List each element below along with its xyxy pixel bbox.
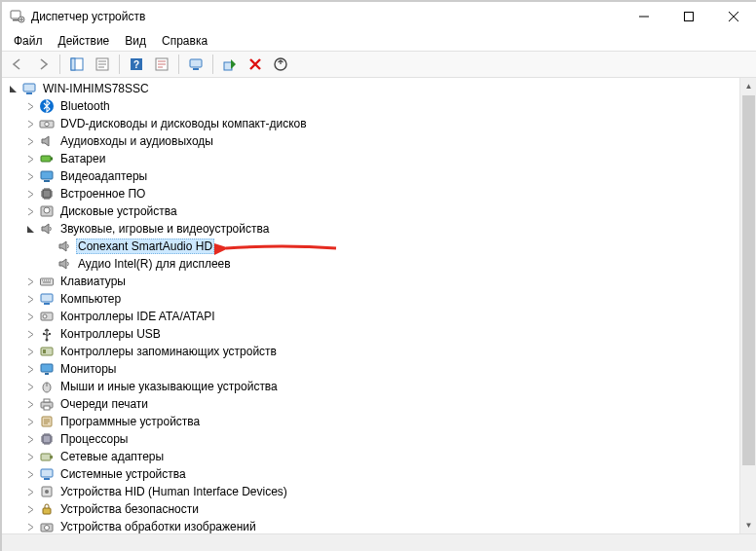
- menu-action[interactable]: Действие: [51, 32, 118, 50]
- tree-label: Bluetooth: [58, 99, 112, 113]
- vertical-scrollbar[interactable]: ▲ ▼: [739, 78, 756, 533]
- expand-icon[interactable]: [23, 343, 37, 360]
- enable-device-button[interactable]: [218, 53, 242, 76]
- svg-rect-44: [41, 454, 51, 460]
- svg-rect-28: [44, 303, 50, 305]
- tree-category-batteries[interactable]: Батареи: [6, 150, 739, 167]
- tree-label: Процессоры: [58, 432, 131, 446]
- keyboard-icon: [39, 274, 55, 289]
- maximize-button[interactable]: [666, 2, 711, 31]
- expand-icon[interactable]: [23, 430, 37, 448]
- tree-category-software-devices[interactable]: Программные устройства: [6, 413, 739, 430]
- tree-category-audio-io[interactable]: Аудиовходы и аудиовыходы: [6, 132, 739, 150]
- minimize-button[interactable]: [622, 2, 666, 31]
- tree-category-imaging-devices[interactable]: Устройства обработки изображений: [6, 518, 739, 533]
- tree-device-intel-display-audio[interactable]: Аудио Intel(R) для дисплеев: [6, 255, 739, 273]
- svg-rect-43: [43, 435, 51, 443]
- collapse-icon[interactable]: [23, 220, 37, 238]
- tree-category-storage-controllers[interactable]: Контроллеры запоминающих устройств: [6, 343, 739, 360]
- tree-category-display-adapters[interactable]: Видеоадаптеры: [6, 167, 739, 185]
- hid-icon: [39, 484, 55, 499]
- tree-category-keyboards[interactable]: Клавиатуры: [6, 273, 739, 290]
- system-device-icon: [39, 466, 55, 482]
- expand-icon[interactable]: [23, 378, 37, 395]
- speaker-icon: [39, 133, 55, 149]
- tree-category-sound-video-game[interactable]: Звуковые, игровые и видеоустройства: [6, 220, 739, 238]
- expand-icon[interactable]: [23, 290, 37, 308]
- tree-category-disk-drives[interactable]: Дисковые устройства: [6, 202, 739, 220]
- svg-rect-20: [51, 158, 53, 161]
- tree-label: Встроенное ПО: [58, 187, 147, 201]
- svg-rect-10: [190, 59, 202, 67]
- update-driver-button[interactable]: [269, 53, 292, 76]
- tree-category-ide-ata[interactable]: Контроллеры IDE ATA/ATAPI: [6, 308, 739, 325]
- toolbar-separator: [59, 55, 60, 74]
- display-adapter-icon: [39, 168, 55, 184]
- tree-label: Мониторы: [58, 362, 118, 376]
- tree-label: Устройства HID (Human Interface Devices): [58, 485, 289, 498]
- tree-label: Звуковые, игровые и видеоустройства: [58, 222, 271, 236]
- computer-icon: [39, 291, 55, 307]
- scan-hardware-button[interactable]: [184, 53, 208, 76]
- action-properties-button[interactable]: [150, 53, 173, 76]
- toolbar-separator: [178, 55, 179, 74]
- expand-icon[interactable]: [23, 202, 37, 220]
- expand-icon[interactable]: [23, 167, 37, 185]
- properties-button[interactable]: [91, 53, 114, 76]
- show-hide-tree-button[interactable]: [65, 53, 89, 76]
- expand-icon[interactable]: [23, 483, 37, 500]
- expand-icon[interactable]: [23, 97, 37, 115]
- toolbar-separator: [119, 55, 120, 74]
- expand-icon[interactable]: [23, 308, 37, 325]
- device-tree[interactable]: WIN-IMHIMS78SSC Bluetooth DVD-дисководы …: [2, 78, 739, 533]
- svg-rect-19: [41, 156, 51, 162]
- expand-icon[interactable]: [6, 80, 19, 97]
- expand-icon[interactable]: [23, 150, 37, 167]
- scroll-thumb[interactable]: [742, 95, 755, 465]
- svg-rect-22: [44, 180, 50, 182]
- tree-root[interactable]: WIN-IMHIMS78SSC: [6, 80, 739, 97]
- tree-category-security-devices[interactable]: Устройства безопасности: [6, 500, 739, 518]
- forward-button[interactable]: [31, 53, 55, 76]
- expand-icon[interactable]: [23, 185, 37, 202]
- speaker-icon: [57, 256, 72, 272]
- expand-icon[interactable]: [23, 360, 37, 378]
- expand-icon[interactable]: [23, 500, 37, 518]
- expand-icon[interactable]: [23, 465, 37, 483]
- expand-icon[interactable]: [23, 395, 37, 413]
- menu-help[interactable]: Справка: [154, 32, 215, 50]
- tree-category-bluetooth[interactable]: Bluetooth: [6, 97, 739, 115]
- menu-view[interactable]: Вид: [117, 32, 154, 50]
- menu-file[interactable]: Файл: [6, 32, 51, 50]
- tree-label: Компьютер: [58, 292, 123, 306]
- scroll-up-button[interactable]: ▲: [740, 78, 756, 94]
- tree-device-conexant[interactable]: Conexant SmartAudio HD: [6, 238, 739, 255]
- svg-rect-36: [41, 364, 53, 372]
- tree-category-firmware[interactable]: Встроенное ПО: [6, 185, 739, 202]
- expand-icon[interactable]: [23, 132, 37, 150]
- status-bar: [2, 533, 756, 551]
- tree-label: Контроллеры USB: [58, 327, 163, 341]
- uninstall-device-button[interactable]: [244, 53, 267, 76]
- back-button[interactable]: [6, 53, 29, 76]
- tree-category-dvd[interactable]: DVD-дисководы и дисководы компакт-дисков: [6, 115, 739, 132]
- expand-icon[interactable]: [23, 413, 37, 430]
- tree-category-monitors[interactable]: Мониторы: [6, 360, 739, 378]
- expand-icon[interactable]: [23, 325, 37, 343]
- tree-category-system-devices[interactable]: Системные устройства: [6, 465, 739, 483]
- close-button[interactable]: [711, 2, 756, 31]
- tree-category-network-adapters[interactable]: Сетевые адаптеры: [6, 448, 739, 465]
- tree-category-usb-controllers[interactable]: Контроллеры USB: [6, 325, 739, 343]
- toolbar-separator: [212, 55, 213, 74]
- expand-icon[interactable]: [23, 518, 37, 533]
- help-button[interactable]: ?: [125, 53, 148, 76]
- expand-icon[interactable]: [23, 448, 37, 465]
- tree-category-mice[interactable]: Мыши и иные указывающие устройства: [6, 378, 739, 395]
- expand-icon[interactable]: [23, 273, 37, 290]
- tree-category-hid[interactable]: Устройства HID (Human Interface Devices): [6, 483, 739, 500]
- scroll-down-button[interactable]: ▼: [740, 517, 756, 533]
- tree-category-print-queues[interactable]: Очереди печати: [6, 395, 739, 413]
- tree-category-computer[interactable]: Компьютер: [6, 290, 739, 308]
- expand-icon[interactable]: [23, 115, 37, 132]
- tree-category-processors[interactable]: Процессоры: [6, 430, 739, 448]
